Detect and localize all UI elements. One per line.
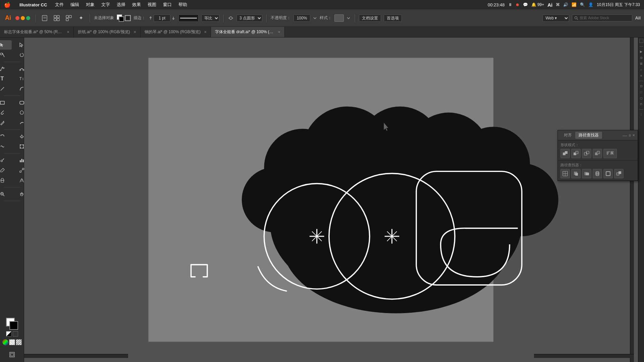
menu-text[interactable]: 文字 — [98, 2, 113, 8]
doc-setup-btn[interactable]: 文档设置 — [359, 14, 381, 22]
magic-wand-tool[interactable] — [0, 50, 12, 60]
stroke-icon[interactable] — [125, 15, 131, 21]
tab-3[interactable]: 字体全能番 draft.ai* @ 100% (RGB/预览) ✕ — [211, 27, 285, 37]
stroke-type-select[interactable]: 等比 — [201, 14, 219, 22]
panel-icon-7[interactable]: ⊡ — [640, 84, 643, 88]
adobe-search-bar[interactable]: 搜索 Adobe Stock — [572, 14, 632, 21]
rect-tool[interactable] — [0, 98, 12, 107]
tab-2[interactable]: 钢的琴.ai* @ 100% (RGB/预览) ✕ — [141, 27, 211, 37]
panel-icon-1[interactable] — [639, 39, 643, 43]
stroke-width-input[interactable] — [154, 14, 170, 22]
panel-icon-5[interactable]: ○ — [640, 68, 642, 71]
apple-menu[interactable]: 🍎 — [4, 2, 11, 8]
tab-close-0[interactable]: ✕ — [67, 30, 69, 34]
unite-btn[interactable] — [560, 149, 570, 158]
menu-edit[interactable]: 编辑 — [67, 2, 83, 8]
drawing-modes-btn[interactable] — [3, 350, 21, 359]
panel-close-btn[interactable]: ✕ — [632, 133, 635, 137]
color-icon[interactable] — [2, 339, 8, 345]
close-window-btn[interactable] — [15, 16, 19, 20]
selection-tool[interactable] — [0, 40, 12, 50]
new-doc-icon[interactable] — [40, 13, 49, 23]
arrange-icon[interactable] — [64, 13, 73, 23]
workspace-select[interactable]: Web ▾ — [542, 14, 569, 22]
preferences-btn[interactable]: 首选项 — [384, 14, 402, 22]
none-icon[interactable] — [16, 339, 22, 345]
menu-select[interactable]: 选择 — [113, 2, 129, 8]
fill-stroke-swatch[interactable] — [117, 14, 124, 22]
panel-icon-8[interactable]: □ — [640, 90, 642, 94]
panel-expand-btn[interactable]: ≡ — [629, 133, 631, 138]
menu-view[interactable]: 视图 — [144, 2, 160, 8]
star-icon[interactable]: ✦ — [76, 13, 86, 23]
divide-btn[interactable] — [560, 169, 570, 178]
menu-help[interactable]: 帮助 — [175, 2, 191, 8]
outline-btn[interactable] — [603, 169, 613, 178]
menu-object[interactable]: 对象 — [83, 2, 98, 8]
notification-badge[interactable]: 🔔 99+ — [531, 2, 544, 7]
eyedropper-tool[interactable] — [0, 166, 12, 175]
type-tool[interactable]: T — [0, 74, 12, 83]
tab-close-3[interactable]: ✕ — [278, 30, 280, 34]
crop-btn[interactable] — [593, 169, 602, 178]
style-swatch[interactable] — [334, 14, 344, 22]
canvas-area[interactable] — [24, 38, 638, 362]
stroke-down-icon[interactable] — [171, 16, 176, 20]
opacity-arrow[interactable] — [313, 16, 317, 20]
expand-btn[interactable]: 扩展 — [603, 149, 617, 158]
minus-front-btn[interactable] — [571, 149, 581, 158]
bluetooth-icon[interactable]: ⌘ — [556, 2, 560, 7]
pencil-tool[interactable] — [0, 118, 12, 127]
intersect-btn[interactable] — [582, 149, 591, 158]
menu-window[interactable]: 窗口 — [160, 2, 175, 8]
opacity-input[interactable] — [293, 14, 310, 22]
stroke-shape-select[interactable]: 3 点圆形 — [236, 14, 262, 22]
tab-close-1[interactable]: ✕ — [133, 30, 136, 34]
menu-file[interactable]: 文件 — [52, 2, 67, 8]
tab-close-2[interactable]: ✕ — [204, 30, 207, 34]
stroke-preview[interactable] — [178, 14, 199, 22]
gradient-icon[interactable] — [9, 339, 15, 345]
panel-collapse-btn[interactable]: — — [623, 133, 627, 138]
line-tool[interactable] — [0, 84, 12, 94]
wifi-icon[interactable]: 📶 — [572, 2, 577, 7]
trim-btn[interactable] — [571, 169, 581, 178]
pathfinder-tab[interactable]: 路径查找器 — [575, 132, 602, 139]
exclude-btn[interactable] — [593, 149, 602, 158]
audio-icon[interactable]: 🔊 — [563, 2, 568, 7]
wechat-icon[interactable]: 💬 — [523, 2, 528, 7]
search-icon[interactable]: 🔍 — [580, 2, 585, 7]
panel-icon-6[interactable]: ≡ — [640, 74, 642, 77]
paintbrush-tool[interactable] — [0, 108, 12, 117]
minimize-window-btn[interactable] — [21, 16, 25, 20]
app-name[interactable]: Illustrator CC — [16, 2, 50, 7]
pen-tool[interactable] — [0, 64, 12, 73]
zoom-tool[interactable] — [0, 189, 12, 199]
tab-1[interactable]: 折纸.ai* @ 100% (RGB/预览) ✕ — [74, 27, 141, 37]
warp-tool[interactable] — [0, 142, 12, 151]
panel-icon-10[interactable]: ⊓ — [640, 103, 642, 106]
panel-icon-3[interactable]: ◎ — [640, 56, 643, 59]
menu-effects[interactable]: 效果 — [129, 2, 144, 8]
style-arrow[interactable] — [346, 16, 351, 20]
stroke-color[interactable] — [9, 321, 18, 330]
minus-back-btn[interactable] — [614, 169, 624, 178]
artboard-icon[interactable] — [52, 13, 61, 23]
panel-icon-11[interactable]: ⋮ — [640, 113, 643, 116]
tab-0[interactable]: 标志字体全能番.ai* @ 50% (RGB/预览) ✕ — [0, 27, 74, 37]
live-paint-bucket[interactable] — [0, 176, 12, 185]
user-icon[interactable]: 👤 — [588, 2, 593, 7]
align-tab[interactable]: 对齐 — [560, 132, 575, 139]
maximize-window-btn[interactable] — [26, 16, 30, 20]
panel-icon-4[interactable]: ⊞ — [640, 62, 643, 65]
merge-btn[interactable] — [582, 169, 591, 178]
symbol-sprayer-tool[interactable] — [0, 156, 12, 165]
stroke-up-icon[interactable] — [148, 16, 153, 20]
rotate-tool[interactable] — [0, 132, 12, 141]
swap-colors-icon[interactable] — [6, 331, 11, 337]
panel-icon-9[interactable]: ◻ — [640, 97, 642, 100]
panel-icon-2[interactable]: ▶ — [640, 50, 642, 53]
artwork-canvas[interactable] — [24, 38, 638, 362]
fill-stroke-colors[interactable] — [6, 318, 18, 330]
default-colors-icon[interactable] — [13, 331, 18, 337]
